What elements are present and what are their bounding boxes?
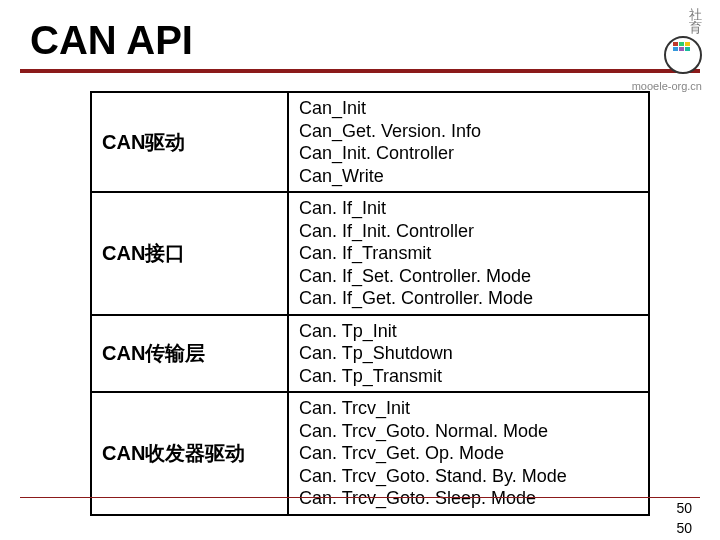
api-entry: Can. If_Set. Controller. Mode: [299, 265, 638, 288]
api-entry: Can. Trcv_Goto. Sleep. Mode: [299, 487, 638, 510]
page-title: CAN API: [30, 18, 720, 63]
api-table-wrap: CAN驱动Can_InitCan_Get. Version. InfoCan_I…: [90, 91, 650, 516]
api-entry: Can. If_Init. Controller: [299, 220, 638, 243]
page-number-inside: 50: [676, 500, 692, 516]
logo-cn-text: 社 育: [632, 8, 702, 34]
table-row: CAN传输层Can. Tp_InitCan. Tp_ShutdownCan. T…: [91, 315, 649, 393]
logo-block: 社 育 mooele-org.cn: [632, 8, 702, 92]
api-entry: Can. If_Transmit: [299, 242, 638, 265]
api-entry: Can_Init: [299, 97, 638, 120]
slide: 社 育 mooele-org.cn CAN API CAN驱动Can_InitC…: [0, 0, 720, 540]
api-entry: Can. Tp_Shutdown: [299, 342, 638, 365]
footer-rule: [20, 497, 700, 498]
api-entry: Can. If_Init: [299, 197, 638, 220]
api-entry: Can_Get. Version. Info: [299, 120, 638, 143]
row-label: CAN驱动: [91, 92, 288, 192]
title-wrap: CAN API: [0, 0, 720, 63]
api-entry: Can_Init. Controller: [299, 142, 638, 165]
table-row: CAN驱动Can_InitCan_Get. Version. InfoCan_I…: [91, 92, 649, 192]
api-entry: Can. Tp_Transmit: [299, 365, 638, 388]
header-rule: [20, 69, 700, 73]
row-apis: Can_InitCan_Get. Version. InfoCan_Init. …: [288, 92, 649, 192]
row-label: CAN传输层: [91, 315, 288, 393]
api-entry: Can. Trcv_Get. Op. Mode: [299, 442, 638, 465]
row-apis: Can. If_InitCan. If_Init. ControllerCan.…: [288, 192, 649, 315]
api-entry: Can. Tp_Init: [299, 320, 638, 343]
api-entry: Can. Trcv_Init: [299, 397, 638, 420]
row-apis: Can. Tp_InitCan. Tp_ShutdownCan. Tp_Tran…: [288, 315, 649, 393]
logo-url: mooele-org.cn: [632, 80, 702, 92]
brain-head-icon: [664, 36, 702, 74]
row-label: CAN接口: [91, 192, 288, 315]
api-entry: Can. Trcv_Goto. Normal. Mode: [299, 420, 638, 443]
logo-cn-line2: 育: [689, 20, 702, 35]
api-table: CAN驱动Can_InitCan_Get. Version. InfoCan_I…: [90, 91, 650, 516]
page-number-outside: 50: [676, 520, 692, 536]
table-row: CAN接口Can. If_InitCan. If_Init. Controlle…: [91, 192, 649, 315]
api-entry: Can. If_Get. Controller. Mode: [299, 287, 638, 310]
api-entry: Can. Trcv_Goto. Stand. By. Mode: [299, 465, 638, 488]
api-entry: Can_Write: [299, 165, 638, 188]
